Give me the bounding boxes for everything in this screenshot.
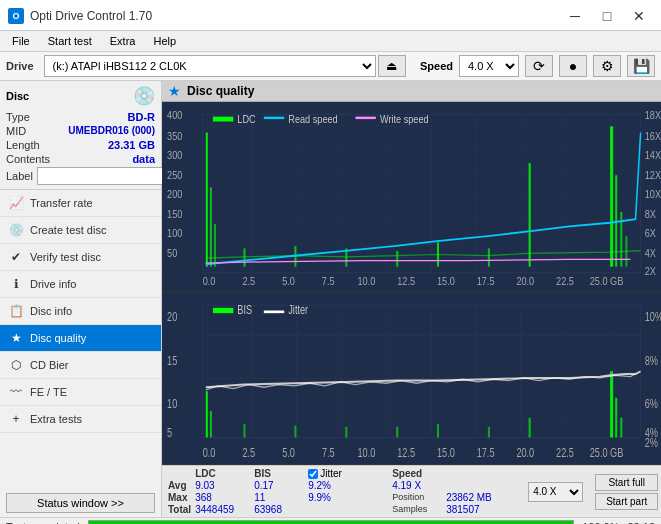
nav-create-test-disc[interactable]: 💿 Create test disc (0, 217, 161, 244)
disc-contents-val: data (132, 153, 155, 165)
start-full-button[interactable]: Start full (595, 474, 658, 491)
label-input[interactable] (37, 167, 166, 185)
nav-create-test-disc-label: Create test disc (30, 224, 106, 236)
svg-text:2.5: 2.5 (242, 446, 255, 459)
create-test-disc-icon: 💿 (8, 222, 24, 238)
speed-select[interactable]: 4.0 X (459, 55, 519, 77)
menu-extra[interactable]: Extra (102, 33, 144, 49)
nav-drive-info[interactable]: ℹ Drive info (0, 271, 161, 298)
nav-extra-tests-label: Extra tests (30, 413, 82, 425)
svg-text:22.5: 22.5 (556, 446, 574, 459)
start-part-button[interactable]: Start part (595, 493, 658, 510)
stats-jitter-header: Jitter (308, 468, 388, 479)
svg-rect-32 (264, 117, 284, 119)
nav-transfer-rate[interactable]: 📈 Transfer rate (0, 190, 161, 217)
stats-samples-val: 381507 (446, 504, 516, 515)
stats-speed-header: Speed (392, 468, 442, 479)
stats-avg-label: Avg (168, 480, 191, 491)
minimize-button[interactable]: ─ (561, 6, 589, 26)
drive-info-icon: ℹ (8, 276, 24, 292)
svg-rect-77 (210, 411, 212, 437)
main-layout: Disc 💿 Type BD-R MID UMEBDR016 (000) Len… (0, 81, 661, 517)
nav-fe-te[interactable]: 〰 FE / TE (0, 379, 161, 406)
svg-text:400: 400 (167, 109, 183, 121)
drive-label: Drive (6, 60, 34, 72)
svg-rect-39 (243, 248, 245, 266)
top-chart-container: 400 350 300 250 200 150 100 50 18X 16X 1… (162, 102, 661, 292)
disc-label-key: Label (6, 170, 33, 182)
disc-label-row: Label ✎ (6, 167, 155, 185)
nav-extra-tests[interactable]: + Extra tests (0, 406, 161, 433)
svg-text:200: 200 (167, 189, 183, 201)
nav-disc-quality[interactable]: ★ Disc quality (0, 325, 161, 352)
transfer-rate-icon: 📈 (8, 195, 24, 211)
svg-text:20.0: 20.0 (516, 446, 534, 459)
close-button[interactable]: ✕ (625, 6, 653, 26)
disc-button[interactable]: ● (559, 55, 587, 77)
stats-max-jitter: 9.9% (308, 492, 388, 503)
stats-total-bis: 63968 (254, 504, 304, 515)
disc-type-val: BD-R (128, 111, 156, 123)
disc-row-type: Type BD-R (6, 111, 155, 123)
bottom-chart-svg: BIS Jitter 20 15 10 5 10% 8% 6% 4% 2% 0.… (162, 292, 661, 464)
svg-text:10X: 10X (645, 189, 661, 201)
disc-quality-title: Disc quality (187, 84, 254, 98)
right-panel: ★ Disc quality (162, 81, 661, 517)
menu-file[interactable]: File (4, 33, 38, 49)
svg-text:5: 5 (167, 426, 172, 439)
stats-empty-h2 (446, 468, 516, 479)
svg-text:Read speed: Read speed (288, 113, 337, 125)
svg-rect-84 (529, 418, 531, 438)
menu-start-test[interactable]: Start test (40, 33, 100, 49)
window-controls: ─ □ ✕ (561, 6, 653, 26)
stats-max-label: Max (168, 492, 191, 503)
jitter-label: Jitter (320, 468, 342, 479)
svg-rect-87 (620, 418, 622, 438)
drive-select[interactable]: (k:) ATAPl iHBS112 2 CL0K (44, 55, 376, 77)
menu-help[interactable]: Help (145, 33, 184, 49)
svg-text:22.5: 22.5 (556, 275, 574, 287)
jitter-checkbox[interactable] (308, 469, 318, 479)
svg-text:12.5: 12.5 (397, 275, 415, 287)
nav-verify-test-disc[interactable]: ✔ Verify test disc (0, 244, 161, 271)
tools-button[interactable]: ⚙ (593, 55, 621, 77)
save-button[interactable]: 💾 (627, 55, 655, 77)
stats-avg-ldc: 9.03 (195, 480, 250, 491)
nav-disc-info[interactable]: 📋 Disc info (0, 298, 161, 325)
svg-text:50: 50 (167, 247, 178, 259)
stats-speed-select[interactable]: 4.0 X (528, 482, 583, 502)
status-window-button[interactable]: Status window >> (6, 493, 155, 513)
nav-cd-bier[interactable]: ⬡ CD Bier (0, 352, 161, 379)
svg-rect-48 (620, 212, 622, 267)
svg-rect-36 (206, 132, 208, 266)
svg-text:25.0 GB: 25.0 GB (590, 275, 624, 287)
svg-text:250: 250 (167, 169, 183, 181)
svg-text:25.0 GB: 25.0 GB (590, 446, 624, 459)
maximize-button[interactable]: □ (593, 6, 621, 26)
disc-type-key: Type (6, 111, 30, 123)
nav-cd-bier-label: CD Bier (30, 359, 69, 371)
disc-header: Disc 💿 (6, 85, 155, 107)
svg-text:LDC: LDC (237, 113, 255, 125)
eject-button[interactable]: ⏏ (378, 55, 406, 77)
refresh-button[interactable]: ⟳ (525, 55, 553, 77)
svg-rect-52 (213, 308, 233, 313)
svg-rect-81 (396, 427, 398, 438)
svg-rect-44 (488, 248, 490, 266)
drive-select-wrap: (k:) ATAPl iHBS112 2 CL0K ⏏ (44, 55, 406, 77)
disc-quality-icon: ★ (8, 330, 24, 346)
svg-text:100: 100 (167, 228, 183, 240)
disc-row-mid: MID UMEBDR016 (000) (6, 125, 155, 137)
speed-label: Speed (420, 60, 453, 72)
stats-samples-label: Samples (392, 504, 442, 515)
svg-text:8X: 8X (645, 208, 656, 220)
nav-disc-quality-label: Disc quality (30, 332, 86, 344)
verify-test-disc-icon: ✔ (8, 249, 24, 265)
left-panel: Disc 💿 Type BD-R MID UMEBDR016 (000) Len… (0, 81, 162, 517)
disc-header-text: Disc (6, 90, 29, 102)
nav-fe-te-label: FE / TE (30, 386, 67, 398)
disc-row-length: Length 23.31 GB (6, 139, 155, 151)
svg-rect-82 (437, 424, 439, 437)
svg-text:18X: 18X (645, 109, 661, 121)
svg-rect-42 (396, 251, 398, 267)
